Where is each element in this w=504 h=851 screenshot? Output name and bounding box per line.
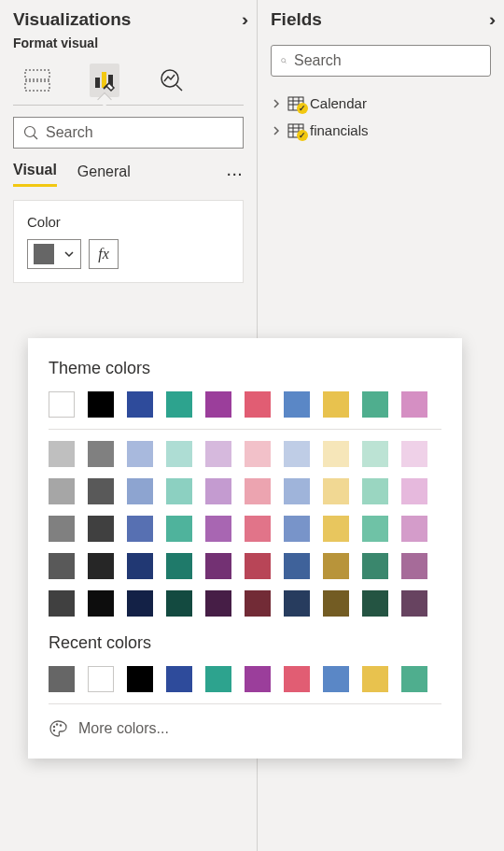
color-swatch[interactable] bbox=[166, 553, 192, 579]
color-swatch[interactable] bbox=[166, 666, 192, 692]
color-swatch[interactable] bbox=[362, 553, 388, 579]
color-swatch[interactable] bbox=[49, 666, 75, 692]
color-swatch[interactable] bbox=[401, 441, 427, 467]
color-swatch[interactable] bbox=[49, 441, 75, 467]
color-swatch[interactable] bbox=[284, 391, 310, 418]
color-swatch[interactable] bbox=[166, 590, 192, 617]
color-swatch[interactable] bbox=[245, 590, 271, 617]
svg-point-22 bbox=[56, 723, 58, 725]
color-swatch[interactable] bbox=[127, 553, 153, 579]
color-swatch[interactable] bbox=[362, 478, 388, 504]
collapse-visualizations-icon[interactable]: ›› bbox=[242, 10, 244, 30]
color-swatch[interactable] bbox=[323, 666, 349, 692]
color-swatch[interactable] bbox=[284, 666, 310, 692]
color-swatch[interactable] bbox=[49, 590, 75, 617]
color-swatch[interactable] bbox=[245, 478, 271, 504]
color-swatch[interactable] bbox=[284, 478, 310, 504]
current-color-swatch bbox=[34, 244, 54, 264]
color-swatch[interactable] bbox=[205, 666, 231, 692]
color-swatch[interactable] bbox=[205, 441, 231, 467]
format-visual-icon[interactable] bbox=[90, 64, 119, 97]
color-swatch[interactable] bbox=[205, 478, 231, 504]
more-colors-button[interactable]: More colors... bbox=[49, 716, 441, 738]
color-swatch[interactable] bbox=[362, 441, 388, 467]
color-swatch[interactable] bbox=[401, 590, 427, 617]
color-swatch[interactable] bbox=[323, 516, 349, 542]
format-search-box[interactable] bbox=[13, 117, 244, 149]
color-swatch[interactable] bbox=[166, 516, 192, 542]
color-swatch[interactable] bbox=[323, 553, 349, 579]
color-swatch[interactable] bbox=[88, 441, 114, 467]
color-swatch[interactable] bbox=[49, 391, 75, 418]
format-visual-subtitle: Format visual bbox=[0, 35, 257, 58]
svg-point-7 bbox=[25, 127, 35, 137]
color-swatch[interactable] bbox=[401, 478, 427, 504]
analytics-icon[interactable] bbox=[157, 64, 187, 97]
color-swatch[interactable] bbox=[323, 590, 349, 617]
color-swatch[interactable] bbox=[88, 666, 114, 692]
color-swatch[interactable] bbox=[284, 516, 310, 542]
color-swatch[interactable] bbox=[323, 478, 349, 504]
color-swatch[interactable] bbox=[205, 553, 231, 579]
color-swatch[interactable] bbox=[166, 478, 192, 504]
color-swatch[interactable] bbox=[362, 666, 388, 692]
color-swatch[interactable] bbox=[284, 590, 310, 617]
color-swatch[interactable] bbox=[362, 516, 388, 542]
tab-more-icon[interactable]: ··· bbox=[227, 167, 244, 182]
color-swatch[interactable] bbox=[127, 391, 153, 418]
field-table-item[interactable]: ✓ financials bbox=[258, 117, 504, 144]
color-swatch[interactable] bbox=[88, 391, 114, 418]
color-swatch[interactable] bbox=[127, 590, 153, 617]
color-swatch[interactable] bbox=[49, 478, 75, 504]
svg-line-8 bbox=[34, 135, 37, 139]
fields-search-box[interactable] bbox=[271, 45, 491, 77]
color-swatch[interactable] bbox=[127, 666, 153, 692]
field-table-name: Calendar bbox=[310, 95, 367, 111]
collapse-fields-icon[interactable]: ›› bbox=[489, 10, 491, 30]
color-swatch[interactable] bbox=[127, 478, 153, 504]
color-swatch[interactable] bbox=[205, 516, 231, 542]
color-dropdown[interactable] bbox=[27, 239, 81, 269]
color-swatch[interactable] bbox=[127, 441, 153, 467]
color-swatch[interactable] bbox=[362, 590, 388, 617]
color-swatch[interactable] bbox=[401, 553, 427, 579]
svg-rect-2 bbox=[95, 78, 100, 88]
color-swatch[interactable] bbox=[245, 441, 271, 467]
checkmark-badge: ✓ bbox=[297, 103, 308, 114]
color-swatch[interactable] bbox=[88, 478, 114, 504]
color-swatch[interactable] bbox=[284, 553, 310, 579]
tab-general[interactable]: General bbox=[77, 163, 131, 186]
color-swatch[interactable] bbox=[323, 441, 349, 467]
color-swatch[interactable] bbox=[245, 553, 271, 579]
color-swatch[interactable] bbox=[245, 516, 271, 542]
tab-visual[interactable]: Visual bbox=[13, 162, 57, 187]
theme-variant-row bbox=[49, 478, 441, 504]
color-swatch[interactable] bbox=[245, 391, 271, 418]
fields-header: Fields ›› bbox=[258, 0, 504, 35]
color-swatch[interactable] bbox=[127, 516, 153, 542]
color-swatch[interactable] bbox=[166, 441, 192, 467]
color-property-card: Color fx bbox=[13, 200, 244, 283]
format-search-input[interactable] bbox=[46, 124, 233, 141]
color-swatch[interactable] bbox=[284, 441, 310, 467]
fx-button[interactable]: fx bbox=[89, 239, 119, 269]
theme-variant-row bbox=[49, 516, 441, 542]
color-swatch[interactable] bbox=[88, 516, 114, 542]
color-swatch[interactable] bbox=[362, 391, 388, 418]
fields-title: Fields bbox=[271, 9, 322, 30]
color-swatch[interactable] bbox=[401, 391, 427, 418]
build-visual-icon[interactable] bbox=[22, 64, 52, 97]
field-table-item[interactable]: ✓ Calendar bbox=[258, 90, 504, 117]
color-swatch[interactable] bbox=[49, 516, 75, 542]
color-swatch[interactable] bbox=[205, 391, 231, 418]
color-swatch[interactable] bbox=[88, 590, 114, 617]
fields-search-input[interactable] bbox=[294, 52, 481, 69]
color-swatch[interactable] bbox=[323, 391, 349, 418]
color-swatch[interactable] bbox=[205, 590, 231, 617]
color-swatch[interactable] bbox=[401, 516, 427, 542]
color-swatch[interactable] bbox=[401, 666, 427, 692]
color-swatch[interactable] bbox=[49, 553, 75, 579]
color-swatch[interactable] bbox=[166, 391, 192, 418]
color-swatch[interactable] bbox=[88, 553, 114, 579]
color-swatch[interactable] bbox=[245, 666, 271, 692]
